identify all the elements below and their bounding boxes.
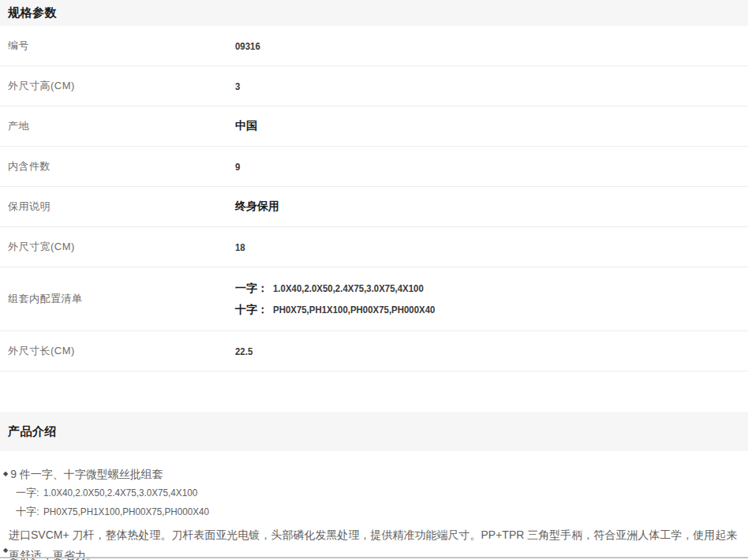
- bottom-divider: [0, 557, 748, 558]
- intro-slotted-line: 一字: 1.0X40,2.0X50,2.4X75,3.0X75,4X100: [3, 483, 742, 502]
- spec-row-warranty: 保用说明 终身保用: [0, 187, 748, 227]
- spec-label: 外尺寸长(CM): [8, 344, 235, 358]
- intro-content: ◆ 9 件一字、十字微型螺丝批组套 一字: 1.0X40,2.0X50,2.4X…: [0, 451, 748, 560]
- spec-row-code: 编号 09316: [0, 26, 748, 66]
- phillips-prefix: 十字：: [235, 303, 268, 317]
- phillips-sizes: PH0X75,PH1X100,PH00X75,PH000X40: [43, 502, 209, 521]
- intro-heading: ◆ 9 件一字、十字微型螺丝批组套: [3, 465, 742, 483]
- intro-paragraph: ◆ 进口SVCM+ 刀杆，整体热处理。刀杆表面亚光电镀，头部磷化发黑处理，提供精…: [3, 525, 742, 560]
- intro-paragraph-text: 进口SVCM+ 刀杆，整体热处理。刀杆表面亚光电镀，头部磷化发黑处理，提供精准功…: [9, 528, 737, 560]
- spec-row-width: 外尺寸宽(CM) 18: [0, 227, 748, 267]
- spec-section-title: 规格参数: [8, 6, 57, 21]
- slotted-sizes: 1.0X40,2.0X50,2.4X75,3.0X75,4X100: [43, 483, 197, 502]
- spec-label: 外尺寸宽(CM): [8, 240, 235, 254]
- intro-section-title: 产品介绍: [8, 424, 57, 439]
- spec-value: 9: [235, 161, 240, 173]
- slotted-prefix: 一字：: [235, 282, 268, 296]
- spec-value: 09316: [235, 40, 260, 52]
- spec-value: 22.5: [235, 345, 252, 357]
- spec-row-length: 外尺寸长(CM) 22.5: [0, 331, 748, 371]
- spec-row-height: 外尺寸高(CM) 3: [0, 66, 748, 106]
- phillips-sizes: PH0X75,PH1X100,PH00X75,PH000X40: [273, 304, 435, 315]
- spec-row-origin: 产地 中国: [0, 106, 748, 147]
- spec-value: 中国: [235, 119, 257, 133]
- diamond-bullet-icon: ◆: [3, 465, 8, 483]
- spec-label: 外尺寸高(CM): [8, 79, 235, 93]
- spec-label: 内含件数: [8, 159, 235, 174]
- phillips-prefix: 十字:: [16, 502, 39, 521]
- intro-section-header: 产品介绍: [0, 412, 748, 451]
- spec-label: 产地: [8, 119, 235, 133]
- spec-row-piece-count: 内含件数 9: [0, 147, 748, 187]
- intro-heading-text: 9 件一字、十字微型螺丝批组套: [10, 465, 163, 483]
- spec-row-set-contents: 组套内配置清单 一字： 1.0X40,2.0X50,2.4X75,3.0X75,…: [0, 267, 748, 331]
- set-contents-slotted: 一字： 1.0X40,2.0X50,2.4X75,3.0X75,4X100: [235, 282, 457, 296]
- intro-phillips-line: 十字: PH0X75,PH1X100,PH00X75,PH000X40: [3, 502, 742, 521]
- spec-value: 18: [235, 241, 245, 253]
- spec-label: 保用说明: [8, 200, 235, 214]
- spec-value: 3: [235, 80, 240, 92]
- set-contents-phillips: 十字： PH0X75,PH1X100,PH00X75,PH000X40: [235, 303, 457, 317]
- spec-table: 编号 09316 外尺寸高(CM) 3 产地 中国 内含件数 9 保用说明 终身…: [0, 26, 748, 371]
- spec-label: 编号: [8, 39, 235, 53]
- spec-label: 组套内配置清单: [8, 292, 235, 306]
- spec-value: 终身保用: [235, 200, 279, 214]
- spec-section-header: 规格参数: [0, 0, 748, 26]
- slotted-prefix: 一字:: [16, 483, 39, 502]
- slotted-sizes: 1.0X40,2.0X50,2.4X75,3.0X75,4X100: [273, 282, 424, 294]
